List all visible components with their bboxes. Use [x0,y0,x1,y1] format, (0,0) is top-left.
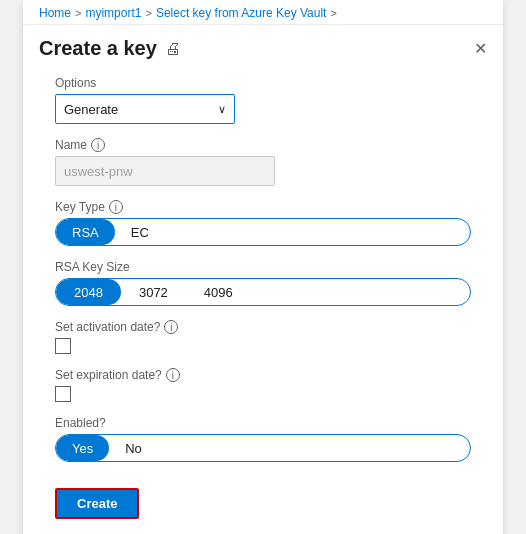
create-button[interactable]: Create [55,488,139,519]
rsa-key-size-2048[interactable]: 2048 [56,279,121,305]
enabled-toggle: Yes No [55,434,471,462]
name-info-icon[interactable]: i [91,138,105,152]
rsa-key-size-field: RSA Key Size 2048 3072 4096 [55,260,471,306]
activation-date-label: Set activation date? i [55,320,471,334]
breadcrumb-sep-1: > [75,7,81,19]
key-type-ec[interactable]: EC [115,219,165,245]
create-key-panel: Home > myimport1 > Select key from Azure… [23,0,503,534]
options-field: Options Generate ∨ [55,76,471,124]
close-icon[interactable]: ✕ [474,39,487,58]
key-type-label: Key Type i [55,200,471,214]
breadcrumb-home[interactable]: Home [39,6,71,20]
expiration-date-checkbox-wrapper [55,386,471,402]
chevron-down-icon: ∨ [218,103,226,116]
activation-date-info-icon[interactable]: i [164,320,178,334]
activation-date-checkbox[interactable] [55,338,71,354]
key-type-toggle: RSA EC [55,218,471,246]
expiration-date-field: Set expiration date? i [55,368,471,402]
breadcrumb-myimport1[interactable]: myimport1 [85,6,141,20]
print-icon[interactable]: 🖨 [165,40,181,58]
rsa-key-size-3072[interactable]: 3072 [121,279,186,305]
options-label: Options [55,76,471,90]
enabled-no[interactable]: No [109,435,158,461]
rsa-key-size-toggle: 2048 3072 4096 [55,278,471,306]
key-type-rsa[interactable]: RSA [56,219,115,245]
name-input[interactable] [55,156,275,186]
breadcrumb-select-key[interactable]: Select key from Azure Key Vault [156,6,327,20]
options-value: Generate [64,102,118,117]
activation-date-field: Set activation date? i [55,320,471,354]
page-title: Create a key [39,37,157,60]
form-footer: Create [23,478,503,534]
expiration-date-checkbox[interactable] [55,386,71,402]
key-type-info-icon[interactable]: i [109,200,123,214]
rsa-key-size-4096[interactable]: 4096 [186,279,251,305]
name-field: Name i [55,138,471,186]
enabled-yes[interactable]: Yes [56,435,109,461]
rsa-key-size-label: RSA Key Size [55,260,471,274]
name-label: Name i [55,138,471,152]
options-dropdown[interactable]: Generate ∨ [55,94,235,124]
enabled-label: Enabled? [55,416,471,430]
breadcrumb-sep-3: > [330,7,336,19]
header-left: Create a key 🖨 [39,37,181,60]
form-content: Options Generate ∨ Name i Key Type i RSA [23,68,503,478]
breadcrumb: Home > myimport1 > Select key from Azure… [23,0,503,25]
key-type-field: Key Type i RSA EC [55,200,471,246]
enabled-field: Enabled? Yes No [55,416,471,462]
breadcrumb-sep-2: > [145,7,151,19]
expiration-date-label: Set expiration date? i [55,368,471,382]
activation-date-checkbox-wrapper [55,338,471,354]
expiration-date-info-icon[interactable]: i [166,368,180,382]
panel-header: Create a key 🖨 ✕ [23,25,503,68]
